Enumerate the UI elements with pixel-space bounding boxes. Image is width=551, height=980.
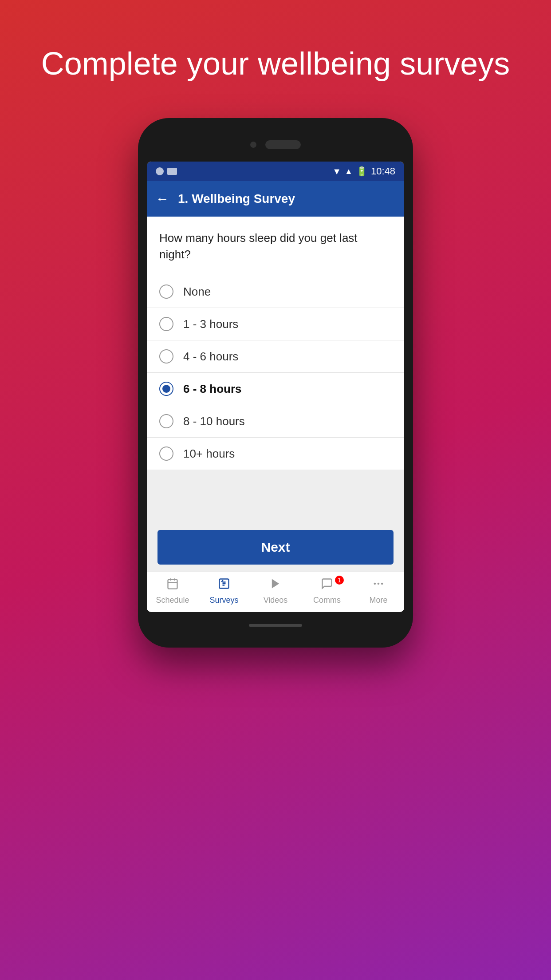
nav-schedule-label: Schedule xyxy=(156,596,189,605)
phone-bottom xyxy=(147,616,404,634)
svg-rect-0 xyxy=(168,580,177,589)
nav-schedule[interactable]: Schedule xyxy=(147,577,198,605)
option-4-6[interactable]: 4 - 6 hours xyxy=(147,340,404,373)
survey-question: How many hours sleep did you get last ni… xyxy=(159,230,392,262)
radio-1-3 xyxy=(159,317,173,331)
comms-icon xyxy=(321,577,333,593)
page-title: Complete your wellbeing surveys xyxy=(6,44,545,83)
radio-6-8-fill xyxy=(162,385,170,393)
next-btn-wrapper: Next xyxy=(147,523,404,572)
option-none[interactable]: None xyxy=(147,276,404,308)
nav-surveys-label: Surveys xyxy=(209,596,238,605)
schedule-icon xyxy=(166,577,179,593)
status-bar: ▼ ▲ 🔋 10:48 xyxy=(147,162,404,181)
radio-4-6 xyxy=(159,349,173,364)
nav-videos-label: Videos xyxy=(264,596,288,605)
nav-surveys[interactable]: Surveys xyxy=(198,577,250,605)
option-8-10-label: 8 - 10 hours xyxy=(183,415,245,428)
signal-status-icon xyxy=(156,167,164,175)
phone-camera xyxy=(250,142,256,148)
svg-marker-7 xyxy=(272,579,279,589)
svg-point-10 xyxy=(381,583,383,585)
comms-badge: 1 xyxy=(335,576,344,585)
back-button[interactable]: ← xyxy=(156,191,169,206)
home-indicator xyxy=(249,624,302,627)
status-time: 10:48 xyxy=(371,166,395,177)
svg-point-9 xyxy=(378,583,380,585)
radio-8-10 xyxy=(159,414,173,428)
nav-comms[interactable]: 1 Comms xyxy=(301,577,353,605)
next-button[interactable]: Next xyxy=(157,530,394,565)
nav-comms-label: Comms xyxy=(313,596,341,605)
wifi-icon: ▼ xyxy=(332,166,341,177)
signal-bars-icon: ▲ xyxy=(345,167,353,176)
option-1-3[interactable]: 1 - 3 hours xyxy=(147,308,404,340)
svg-point-8 xyxy=(374,583,376,585)
bottom-nav: Schedule Surveys xyxy=(147,572,404,612)
option-6-8[interactable]: 6 - 8 hours xyxy=(147,373,404,405)
option-4-6-label: 4 - 6 hours xyxy=(183,350,238,364)
phone-screen: ▼ ▲ 🔋 10:48 ← 1. Wellbeing Survey How ma… xyxy=(147,162,404,612)
option-10plus[interactable]: 10+ hours xyxy=(147,438,404,470)
option-1-3-label: 1 - 3 hours xyxy=(183,317,238,331)
phone-device: ▼ ▲ 🔋 10:48 ← 1. Wellbeing Survey How ma… xyxy=(138,118,413,648)
empty-space xyxy=(147,470,404,523)
option-8-10[interactable]: 8 - 10 hours xyxy=(147,405,404,438)
battery-icon: 🔋 xyxy=(356,166,367,177)
option-10plus-label: 10+ hours xyxy=(183,447,235,461)
phone-speaker xyxy=(265,140,301,149)
options-list: None 1 - 3 hours 4 - 6 hours xyxy=(147,276,404,470)
survey-question-section: How many hours sleep did you get last ni… xyxy=(147,217,404,276)
option-none-label: None xyxy=(183,285,211,299)
app-bar-title: 1. Wellbeing Survey xyxy=(178,192,295,206)
more-icon xyxy=(372,577,385,593)
videos-icon xyxy=(269,577,282,593)
nav-more-label: More xyxy=(369,596,387,605)
radio-6-8 xyxy=(159,382,173,396)
radio-none xyxy=(159,285,173,299)
radio-10plus xyxy=(159,447,173,461)
nav-more[interactable]: More xyxy=(353,577,404,605)
nav-videos[interactable]: Videos xyxy=(250,577,301,605)
app-bar: ← 1. Wellbeing Survey xyxy=(147,181,404,217)
sim-icon xyxy=(167,168,177,175)
option-6-8-label: 6 - 8 hours xyxy=(183,382,241,396)
surveys-icon xyxy=(218,577,230,593)
